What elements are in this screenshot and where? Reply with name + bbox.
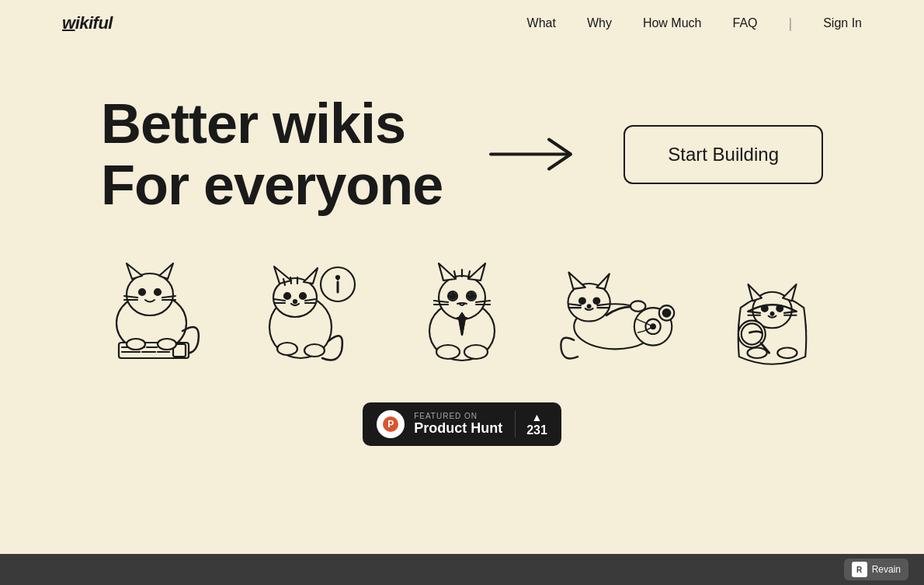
svg-point-67	[588, 305, 591, 308]
svg-point-65	[579, 298, 585, 304]
hero-title: Better wikis For everyone	[101, 93, 443, 216]
svg-point-83	[776, 305, 783, 312]
ph-upvote-icon: ▲	[532, 411, 543, 423]
svg-point-29	[284, 293, 290, 299]
start-building-button[interactable]: Start Building	[624, 125, 823, 184]
revain-logo-icon: R	[852, 562, 867, 577]
ph-logo-p: P	[383, 416, 398, 432]
svg-point-38	[336, 276, 339, 279]
svg-point-66	[593, 298, 599, 304]
ph-vote-count: 231	[526, 423, 547, 437]
svg-point-54	[469, 293, 471, 295]
revain-label: Revain	[872, 564, 901, 575]
svg-point-41	[304, 344, 325, 357]
svg-marker-3	[127, 263, 142, 279]
svg-point-92	[748, 347, 767, 358]
nav-separator: |	[789, 16, 793, 31]
hero-section: Better wikis For everyone Start Building	[0, 47, 924, 216]
cat-illustration-5	[707, 247, 839, 371]
svg-point-93	[777, 347, 797, 358]
svg-point-82	[762, 305, 768, 312]
svg-point-20	[127, 339, 145, 350]
svg-point-2	[127, 273, 173, 315]
svg-point-40	[277, 343, 297, 355]
arrow-icon	[487, 131, 580, 178]
svg-point-60	[464, 345, 488, 359]
revain-badge[interactable]: R Revain	[844, 559, 908, 580]
svg-point-31	[294, 300, 297, 303]
svg-point-21	[158, 339, 176, 350]
svg-marker-63	[568, 272, 585, 288]
svg-marker-80	[748, 284, 761, 301]
svg-point-84	[771, 312, 774, 315]
cat-illustration-4	[551, 247, 683, 371]
sign-in-link[interactable]: Sign In	[823, 16, 862, 30]
svg-point-53	[450, 293, 453, 295]
svg-point-5	[139, 289, 145, 295]
product-hunt-section: P FEATURED ON Product Hunt ▲ 231	[0, 387, 924, 461]
svg-point-77	[663, 309, 671, 317]
svg-marker-45	[468, 263, 485, 280]
svg-line-27	[290, 277, 291, 284]
cat-illustration-3	[396, 247, 528, 371]
nav-item-how-much[interactable]: How Much	[643, 16, 702, 30]
svg-marker-24	[274, 266, 291, 284]
product-hunt-badge[interactable]: P FEATURED ON Product Hunt ▲ 231	[363, 402, 561, 446]
ph-text-block: FEATURED ON Product Hunt	[414, 412, 502, 437]
cat-illustration-1	[85, 247, 217, 371]
hero-text: Better wikis For everyone	[101, 93, 443, 216]
ph-votes-block: ▲ 231	[515, 411, 547, 437]
nav-item-why[interactable]: Why	[587, 16, 612, 30]
ph-logo-icon: P	[377, 410, 405, 438]
footer-bar: R Revain	[0, 554, 924, 585]
logo[interactable]: wikiful	[62, 13, 113, 33]
svg-marker-44	[439, 263, 456, 280]
svg-point-6	[155, 289, 161, 295]
ph-name-label: Product Hunt	[414, 420, 502, 437]
nav-links: What Why How Much FAQ | Sign In	[527, 16, 862, 32]
svg-point-59	[436, 345, 460, 359]
ph-featured-label: FEATURED ON	[414, 412, 502, 420]
hero-arrow-container	[443, 131, 624, 178]
svg-marker-64	[596, 273, 609, 288]
svg-marker-4	[159, 263, 173, 279]
cat-illustration-2	[241, 247, 373, 371]
svg-marker-25	[304, 268, 318, 284]
svg-marker-81	[783, 284, 796, 301]
nav-item-what[interactable]: What	[527, 16, 556, 30]
svg-point-30	[300, 293, 306, 299]
navbar: wikiful What Why How Much FAQ | Sign In	[0, 0, 924, 47]
svg-point-90	[742, 323, 762, 344]
nav-item-faq[interactable]: FAQ	[732, 16, 757, 30]
cats-section	[0, 216, 924, 387]
